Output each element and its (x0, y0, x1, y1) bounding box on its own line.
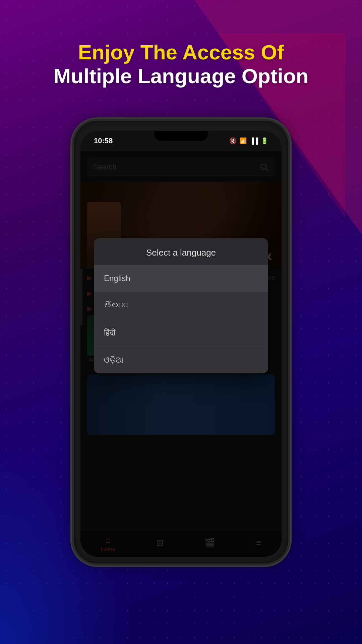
language-option-hindi[interactable]: हिंदी (94, 319, 268, 346)
status-time: 10:58 (94, 137, 113, 145)
wifi-icon: 📶 (239, 137, 247, 145)
language-modal: Select a language English తెలుగు हिंदी ଓ… (94, 238, 268, 373)
modal-title: Select a language (94, 238, 268, 265)
signal-icon: ▐▐ (249, 138, 258, 145)
mute-icon: 🔇 (229, 137, 237, 145)
status-icons: 🔇 📶 ▐▐ 🔋 (229, 137, 268, 145)
language-option-telugu[interactable]: తెలుగు (94, 292, 268, 319)
language-option-odia[interactable]: ଓଡ଼ିଆ (94, 346, 268, 373)
header-line2: Multiple Language Option (0, 64, 362, 88)
app-content: Search ది❤X ▶ More ▶ (80, 151, 282, 557)
modal-overlay: Select a language English తెలుగు हिंदी ଓ… (80, 151, 282, 557)
phone-mockup: 10:58 🔇 📶 ▐▐ 🔋 Search (74, 121, 288, 564)
header-line1: Enjoy The Access Of (0, 40, 362, 64)
phone-screen: 10:58 🔇 📶 ▐▐ 🔋 Search (80, 131, 282, 557)
header-section: Enjoy The Access Of Multiple Language Op… (0, 40, 362, 88)
battery-icon: 🔋 (261, 137, 268, 145)
phone-notch (154, 131, 208, 141)
language-option-english[interactable]: English (94, 265, 268, 292)
